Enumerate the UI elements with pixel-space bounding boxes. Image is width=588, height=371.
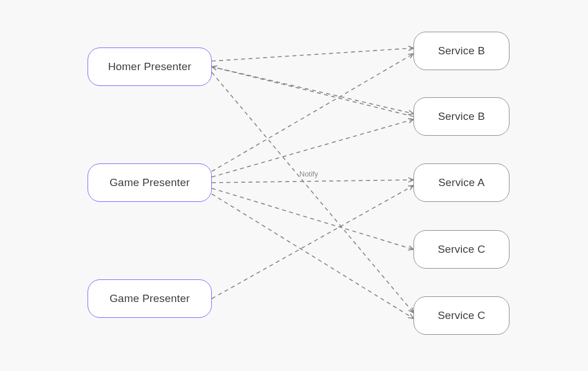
node-service-c-1: Service C [413,230,509,269]
node-label: Game Presenter [110,176,190,189]
node-service-b-2: Service B [413,97,509,136]
node-label: Service B [438,110,485,123]
node-game-presenter-2: Game Presenter [88,279,212,318]
node-label: Homer Presenter [108,61,191,73]
edge-arrow [212,67,413,117]
edge-label-notify: Notify [299,170,318,178]
node-label: Service B [438,45,485,57]
edge-arrow [212,72,413,313]
edge-arrow [212,186,413,299]
edge-arrow [212,188,413,249]
node-label: Service C [438,243,485,256]
node-service-c-2: Service C [413,296,509,335]
node-homer-presenter: Homer Presenter [88,48,212,86]
node-service-a: Service A [413,163,509,202]
node-game-presenter-1: Game Presenter [88,163,212,202]
edge-arrow [212,54,413,171]
edge-arrow [212,194,413,318]
edge-arrow [212,48,413,61]
node-label: Service A [438,176,485,189]
edge-arrow [212,180,413,183]
edge-arrow [212,67,413,114]
node-label: Game Presenter [110,292,190,305]
node-service-b-1: Service B [413,32,509,70]
node-label: Service C [438,309,485,322]
edge-arrow [212,119,413,177]
